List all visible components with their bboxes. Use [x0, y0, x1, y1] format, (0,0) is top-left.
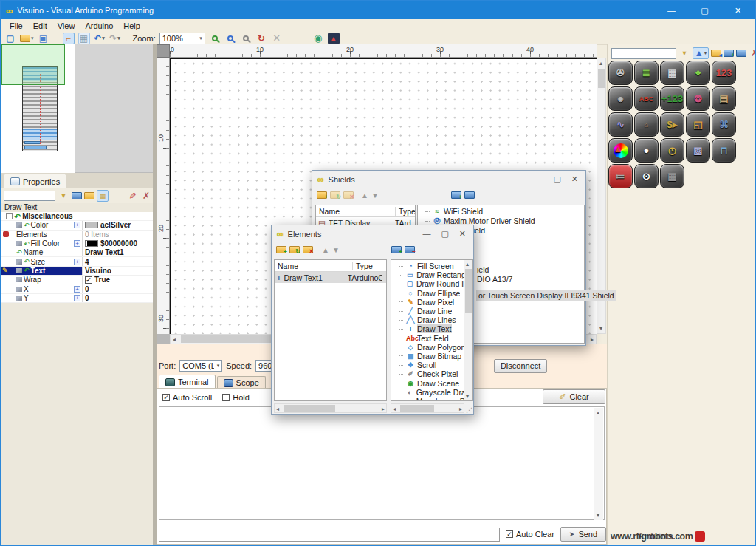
collapse-all-icon[interactable] [72, 192, 82, 199]
elements-tree-item[interactable]: ◑ Monohrome Draw [391, 397, 464, 401]
shields-title-bar[interactable]: ∞ Shields — ▢ ✕ [312, 171, 585, 188]
menu-item[interactable]: File [4, 21, 28, 31]
toolbox-category-button[interactable]: ✇ [608, 61, 633, 85]
elements-tree-item[interactable]: ◉ Draw Scene [391, 378, 464, 387]
property-row-fill-color[interactable]: ↶Fill Color+ $00000000 [1, 239, 154, 248]
toolbox-category-button[interactable]: ◉ [608, 86, 633, 111]
zoom-reset-icon[interactable] [240, 33, 252, 44]
duplicate-element-icon[interactable]: ↻ [289, 246, 300, 253]
shields-close-button[interactable]: ✕ [571, 174, 578, 184]
elements-tree-item[interactable]: T Draw Text [391, 324, 464, 333]
property-row-size[interactable]: ↶Size+ 4 [1, 257, 154, 266]
auto-clear-checkbox[interactable]: ✓Auto Clear [506, 530, 554, 539]
elements-list-hscrollbar[interactable]: ◂ ▸ [274, 403, 387, 413]
toolbox-category-button[interactable]: ▲ [608, 138, 633, 163]
elements-tree-item[interactable]: ✐ Check Pixel [391, 369, 464, 378]
refresh-shield-icon[interactable]: ↻ [330, 191, 340, 199]
elements-tree-item[interactable]: Abc Text Feld [391, 334, 464, 343]
toolbox-category-button[interactable]: ✥ [686, 61, 710, 85]
property-row-text[interactable]: ✎↶Text Visuino [1, 267, 154, 276]
shields-maximize-button[interactable]: ▢ [553, 174, 560, 184]
expand-categories-icon[interactable]: + [724, 50, 734, 57]
terminal-output[interactable]: ▴ ▾ [159, 406, 605, 520]
elements-close-button[interactable]: ✕ [459, 229, 466, 239]
add-shield-icon[interactable]: + [317, 191, 327, 199]
collapse-tree-icon[interactable]: − [405, 246, 415, 253]
compile-icon[interactable]: ◉ [312, 33, 324, 44]
toolbox-category-button[interactable]: +123 [660, 86, 684, 111]
send-button[interactable]: ➤Send [560, 527, 606, 542]
scroll-left-icon[interactable]: ◂ [173, 336, 176, 343]
elements-tree-item[interactable]: ◐ Grayscale Draw S [391, 388, 464, 397]
elements-tree-hscrollbar[interactable]: ◂ ▸ [391, 403, 464, 413]
fill-color-swatch[interactable] [85, 240, 98, 247]
element-row-draw-text1[interactable]: T Draw Text1 TArduinoColo [275, 272, 386, 283]
folder-back-icon[interactable]: ◂ [711, 50, 721, 57]
elements-tree-scrollbar[interactable]: ▴ ▾ [464, 260, 472, 400]
expand-plus-icon[interactable]: + [74, 286, 80, 293]
toolbox-category-button[interactable]: ≔ [608, 164, 633, 188]
expand-plus-icon[interactable]: + [74, 295, 80, 301]
add-element-icon[interactable]: + [276, 246, 286, 253]
redo-icon[interactable]: ↷▾ [109, 33, 121, 44]
elements-tree-item[interactable]: ◔ Fill Screen [391, 262, 464, 270]
elements-tree-item[interactable]: ▢ Draw Round Rec [391, 279, 464, 288]
move-up-icon[interactable]: ▲ [361, 191, 368, 199]
toolbox-category-button[interactable]: ABC [634, 86, 659, 111]
property-row-x[interactable]: X+ 0 [1, 284, 154, 293]
wrap-checkbox[interactable]: ✓ [85, 276, 92, 284]
component-search-input[interactable] [611, 48, 676, 59]
property-search-input[interactable] [4, 191, 55, 201]
toolbox-tools-icon[interactable]: ✗ [749, 47, 756, 59]
expand-all-icon[interactable] [84, 192, 94, 199]
property-row-color[interactable]: ↶Color+ aclSilver [1, 221, 154, 230]
zoom-out-icon[interactable] [224, 33, 236, 44]
elements-tree-item[interactable]: ╱ Draw Line [391, 307, 464, 315]
delete-shield-icon[interactable]: ✕ [343, 191, 354, 199]
build-refresh-icon[interactable]: ↻ [255, 33, 267, 44]
elements-tree-item[interactable]: ✎ Draw Pixel [391, 298, 464, 307]
toolbox-category-button[interactable]: ❂ [686, 86, 710, 111]
maximize-button[interactable]: ▢ [688, 1, 721, 19]
zoom-combobox[interactable]: 100%▾ [159, 33, 205, 44]
tab-scope[interactable]: Scope [217, 376, 266, 389]
toolbox-category-button[interactable]: ⌂ [634, 112, 659, 137]
property-row-y[interactable]: Y+ 0 [1, 294, 154, 303]
scroll-down-icon[interactable]: ▾ [599, 325, 602, 332]
toolbox-category-button[interactable]: ▤ [712, 86, 736, 111]
menu-item[interactable]: Arduino [80, 21, 118, 31]
property-row-elements[interactable]: Elements 0 Items [1, 231, 154, 239]
clear-button[interactable]: ✐Clear [543, 389, 605, 404]
shields-tree-item-partial[interactable]: ield [477, 265, 489, 274]
menu-item[interactable]: Edit [28, 21, 52, 31]
property-group-row[interactable]: − ↶ Miscellaneous [1, 212, 154, 221]
toolbox-category-button[interactable]: ⊙ [634, 164, 659, 188]
property-row-name[interactable]: ↶Name Draw Text1 [1, 248, 154, 257]
collapse-categories-icon[interactable]: − [736, 50, 746, 57]
toolbox-category-button[interactable]: ▧ [686, 138, 710, 163]
elements-tree[interactable]: ◔ Fill Screen ▭ Draw Rectangle ▢ Draw Ro… [391, 259, 473, 401]
snap-grid-icon[interactable]: ▦ [78, 33, 90, 44]
elements-maximize-button[interactable]: ▢ [441, 229, 448, 239]
toolbox-filter-icon[interactable]: ▼ [678, 47, 690, 59]
property-row-wrap[interactable]: Wrap ✓True [1, 276, 154, 284]
shields-minimize-button[interactable]: — [535, 174, 543, 184]
open-project-icon[interactable]: ▾ [20, 33, 34, 44]
elements-title-bar[interactable]: ∞ Elements — ▢ ✕ [272, 225, 473, 242]
auto-scroll-checkbox[interactable]: ✓Auto Scroll [162, 393, 212, 402]
toolbox-category-button[interactable]: ≣ [634, 61, 659, 85]
shields-tree-item[interactable]: ≈ WiFi Shield [418, 207, 584, 216]
disconnect-button[interactable]: Disconnect [494, 359, 547, 373]
toolbox-category-button[interactable]: ⊓ [712, 138, 736, 163]
port-combobox[interactable]: COM5 (L▾ [179, 360, 222, 372]
tab-terminal[interactable]: Terminal [159, 375, 216, 389]
scroll-up-icon[interactable]: ▴ [599, 60, 602, 66]
toolbox-category-button[interactable]: ● [634, 138, 659, 163]
undo-icon[interactable]: ↶▾ [94, 33, 106, 44]
elements-tree-item[interactable]: ▦ Draw Bitmap [391, 352, 464, 361]
toolbox-category-button[interactable]: ▦ [660, 61, 684, 85]
elements-tree-item[interactable]: ○ Draw Ellipse [391, 289, 464, 298]
expand-plus-icon[interactable]: + [74, 240, 80, 247]
expand-tree-icon[interactable]: + [451, 191, 461, 199]
close-button[interactable]: ✕ [721, 1, 755, 19]
